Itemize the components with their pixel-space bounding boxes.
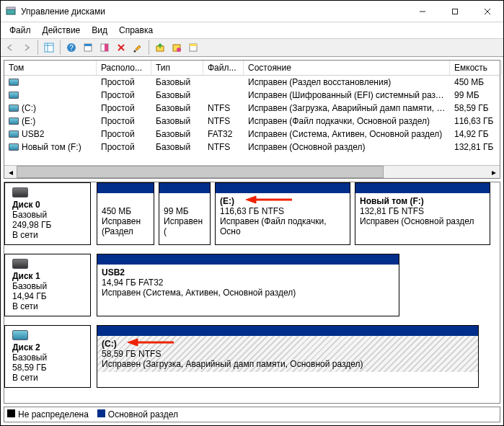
partition-status: Исправен (: [164, 216, 203, 236]
partition-detail: 450 МБ: [102, 206, 131, 216]
partition[interactable]: Новый том (F:)132,81 ГБ NTFSИсправен (Ос…: [355, 182, 490, 245]
cell-type: Базовый: [151, 102, 203, 115]
settings-button[interactable]: [97, 40, 112, 56]
arrow-annotation-icon: [244, 195, 295, 207]
refresh-button[interactable]: [80, 40, 96, 56]
properties-button[interactable]: [130, 40, 146, 56]
window-title: Управление дисками: [21, 1, 406, 22]
partition-body: (E:)116,63 ГБ NTFSИсправен (Файл подкачк…: [216, 193, 350, 239]
partition-status: Исправен (Раздел: [102, 216, 141, 236]
action3-button[interactable]: [185, 40, 201, 56]
help-button[interactable]: ?: [63, 40, 79, 56]
cell-layout: Простой: [97, 115, 151, 128]
cell-cap: 116,63 ГБ: [450, 115, 500, 128]
partition[interactable]: 450 МБИсправен (Раздел: [97, 182, 154, 245]
partition[interactable]: (C:)58,59 ГБ NTFSИсправен (Загрузка, Ава…: [97, 325, 479, 388]
cell-cap: 132,81 ГБ: [450, 141, 500, 154]
partition-detail: 116,63 ГБ NTFS: [220, 206, 284, 216]
disk-row: Диск 0Базовый249,98 ГБВ сети450 МБИсправ…: [4, 182, 500, 254]
partition-status: Исправен (Система, Активен, Основной раз…: [102, 288, 296, 298]
table-row[interactable]: Новый том (F:)ПростойБазовыйNTFSИсправен…: [4, 141, 500, 154]
cell-cap: 58,59 ГБ: [450, 102, 500, 115]
legend-primary: Основной раздел: [97, 409, 178, 420]
partition-status: Исправен (Файл подкачки, Осно: [220, 216, 327, 236]
volume-list[interactable]: Том Располо... Тип Файл... Состояние Емк…: [4, 60, 500, 179]
scroll-right-icon[interactable]: ▸: [487, 166, 500, 178]
cell-type: Базовый: [151, 128, 203, 141]
cell-layout: Простой: [97, 76, 151, 89]
partition[interactable]: USB214,94 ГБ FAT32Исправен (Система, Акт…: [97, 254, 399, 316]
disk-icon: [12, 330, 28, 340]
cell-layout: Простой: [97, 128, 151, 141]
menu-file[interactable]: Файл: [5, 24, 35, 37]
legend-unallocated: Не распределена: [7, 409, 89, 420]
col-fs[interactable]: Файл...: [203, 61, 244, 75]
menu-view[interactable]: Вид: [87, 24, 112, 37]
menubar: Файл Действие Вид Справка: [1, 22, 503, 38]
volume-name: (C:): [22, 103, 36, 113]
volume-icon: [9, 143, 19, 151]
disk-info[interactable]: Диск 1Базовый14,94 ГБВ сети: [4, 254, 91, 316]
disk-partitions: (C:)58,59 ГБ NTFSИсправен (Загрузка, Ава…: [97, 325, 500, 388]
col-layout[interactable]: Располо...: [97, 61, 151, 75]
cell-status: Исправен (Раздел восстановления): [244, 76, 450, 89]
svg-rect-14: [105, 44, 108, 51]
toolbar: ?: [1, 38, 503, 57]
col-volume[interactable]: Том: [4, 61, 97, 75]
legend: Не распределена Основной раздел: [4, 407, 500, 422]
minimize-button[interactable]: [406, 1, 438, 22]
table-row[interactable]: ПростойБазовыйИсправен (Раздел восстанов…: [4, 76, 500, 89]
partition-bar: [355, 183, 490, 193]
action1-button[interactable]: [152, 40, 168, 56]
col-capacity[interactable]: Емкость: [450, 61, 502, 75]
delete-button[interactable]: [113, 40, 129, 56]
disk-graphic-pane[interactable]: Диск 0Базовый249,98 ГБВ сети450 МБИсправ…: [4, 182, 500, 404]
view-columns-button[interactable]: [41, 40, 57, 56]
partition-bar: [97, 254, 399, 265]
volume-icon: [9, 130, 19, 138]
scroll-left-icon[interactable]: ◂: [4, 166, 17, 178]
cell-type: Базовый: [151, 115, 203, 128]
col-type[interactable]: Тип: [151, 61, 203, 75]
table-row[interactable]: USB2ПростойБазовыйFAT32Исправен (Система…: [4, 128, 500, 141]
disk-type: Базовый: [12, 281, 84, 291]
volume-icon: [9, 105, 19, 112]
table-row[interactable]: ПростойБазовыйИсправен (Шифрованный (EFI…: [4, 89, 500, 102]
svg-rect-12: [84, 44, 92, 46]
disk-row: Диск 1Базовый14,94 ГБВ сетиUSB214,94 ГБ …: [4, 254, 500, 325]
partition-detail: 99 МБ: [164, 206, 189, 216]
maximize-button[interactable]: [438, 1, 471, 22]
partition[interactable]: (E:)116,63 ГБ NTFSИсправен (Файл подкачк…: [215, 182, 350, 245]
table-row[interactable]: (E:)ПростойБазовыйNTFSИсправен (Файл под…: [4, 115, 500, 128]
svg-rect-3: [452, 9, 457, 14]
action2-button[interactable]: [169, 40, 185, 56]
cell-layout: Простой: [97, 89, 151, 102]
disk-info[interactable]: Диск 0Базовый249,98 ГБВ сети: [4, 182, 91, 245]
partition[interactable]: 99 МБИсправен (: [159, 182, 211, 245]
disk-info[interactable]: Диск 2Базовый58,59 ГБВ сети: [4, 325, 91, 388]
cell-type: Базовый: [151, 141, 203, 154]
table-row[interactable]: (C:)ПростойБазовыйNTFSИсправен (Загрузка…: [4, 102, 500, 115]
col-status[interactable]: Состояние: [244, 61, 450, 75]
menu-action[interactable]: Действие: [38, 24, 85, 37]
partition-detail: 132,81 ГБ NTFS: [360, 206, 424, 216]
arrow-annotation-icon: [126, 337, 177, 350]
cell-status: Исправен (Файл подкачки, Основной раздел…: [244, 115, 450, 128]
partition-body: USB214,94 ГБ FAT32Исправен (Система, Акт…: [97, 265, 399, 301]
close-button[interactable]: [471, 1, 503, 22]
partition-bar: [216, 183, 350, 193]
cell-fs: NTFS: [203, 102, 244, 115]
disk-size: 14,94 ГБ: [12, 291, 84, 301]
h-scrollbar[interactable]: ◂ ▸: [4, 165, 500, 178]
partition-body: 450 МБИсправен (Раздел: [97, 193, 154, 239]
volume-list-header: Том Располо... Тип Файл... Состояние Емк…: [4, 61, 500, 76]
volume-icon: [9, 117, 19, 125]
disk-row: Диск 2Базовый58,59 ГБВ сети(C:)58,59 ГБ …: [4, 325, 500, 396]
partition-title: (E:): [220, 196, 234, 206]
cell-cap: 99 МБ: [450, 89, 500, 102]
disk-type: Базовый: [12, 210, 84, 220]
menu-help[interactable]: Справка: [115, 24, 157, 37]
partition-detail: 58,59 ГБ NTFS: [102, 349, 161, 359]
cell-layout: Простой: [97, 141, 151, 154]
back-button: [2, 40, 18, 56]
